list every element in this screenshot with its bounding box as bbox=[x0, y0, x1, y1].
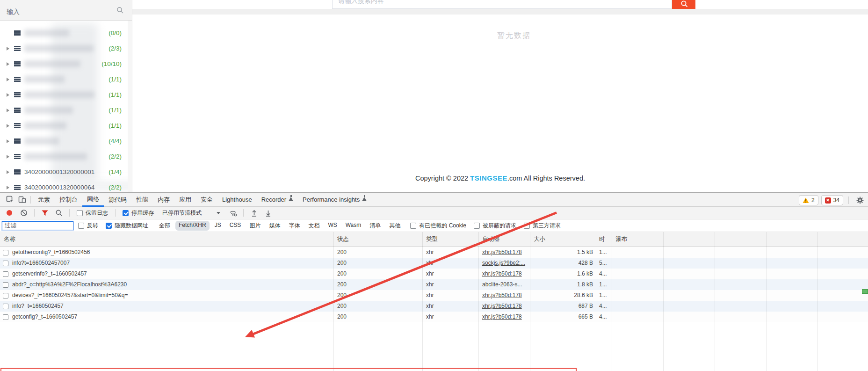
blocked-requests-checkbox[interactable]: 被屏蔽的请求 bbox=[474, 222, 516, 230]
warnings-badge[interactable]: 2 bbox=[799, 195, 818, 205]
export-har-icon[interactable] bbox=[262, 207, 274, 219]
tree-node-8[interactable]: (2/2) bbox=[0, 149, 128, 164]
hide-data-urls-checkbox[interactable]: 隐藏数据网址 bbox=[106, 222, 148, 230]
request-name[interactable]: getconfig?_t=1660502457 bbox=[12, 312, 77, 322]
request-type-filter[interactable]: 清单 bbox=[366, 221, 384, 231]
row-select-checkbox[interactable] bbox=[3, 250, 8, 255]
network-conditions-icon[interactable] bbox=[227, 207, 239, 219]
expand-arrow-icon[interactable] bbox=[7, 139, 9, 143]
checkbox-unchecked[interactable] bbox=[474, 223, 480, 229]
inspect-element-icon[interactable] bbox=[4, 194, 16, 206]
devtools-settings-gear-icon[interactable] bbox=[854, 194, 866, 206]
devtools-tab-1[interactable]: 控制台 bbox=[55, 193, 82, 207]
network-request-row[interactable]: info?_t=1660502457200xhrxhr.js?b50d:1786… bbox=[0, 301, 868, 312]
network-request-row[interactable]: info?t=1660502457007200xhrsockjs.js?9be2… bbox=[0, 258, 868, 269]
record-network-log-button[interactable] bbox=[7, 210, 12, 216]
request-type-filter[interactable]: Fetch/XHR bbox=[175, 221, 210, 231]
row-select-checkbox[interactable] bbox=[3, 271, 8, 277]
device-toolbar-icon[interactable] bbox=[16, 194, 28, 206]
sidebar-scrollbar[interactable] bbox=[128, 21, 132, 192]
tree-node-4[interactable]: (1/1) bbox=[0, 87, 128, 102]
tree-node-10[interactable]: 34020000001320000064(2/2) bbox=[0, 180, 128, 192]
request-name[interactable]: abdr?_o=http%3A%2F%2Flocalhost%3A6230 bbox=[12, 279, 127, 290]
tree-node-6[interactable]: (1/1) bbox=[0, 118, 128, 133]
tree-node-1[interactable]: (2/3) bbox=[0, 41, 128, 56]
blocked-cookies-checkbox[interactable]: 有已拦截的 Cookie bbox=[410, 222, 466, 230]
page-search-input[interactable]: 请输入搜索内容 bbox=[332, 0, 672, 9]
column-header-waterfall[interactable]: 瀑布 bbox=[612, 232, 868, 247]
initiator-link[interactable]: xhr.js?b50d:178 bbox=[482, 303, 522, 309]
page-search-button[interactable] bbox=[672, 0, 695, 9]
tree-node-5[interactable]: (1/1) bbox=[0, 102, 128, 118]
tree-node-3[interactable]: (1/1) bbox=[0, 72, 128, 87]
import-har-icon[interactable] bbox=[248, 207, 260, 219]
expand-arrow-icon[interactable] bbox=[7, 93, 9, 97]
network-request-row[interactable]: devices?_t=1660502457&start=0&limit=50&q… bbox=[0, 290, 868, 301]
disable-cache-checkbox[interactable]: 停用缓存 bbox=[123, 209, 154, 217]
expand-arrow-icon[interactable] bbox=[7, 170, 9, 174]
tree-node-0[interactable]: (0/0) bbox=[0, 25, 128, 41]
tree-node-9[interactable]: 34020000001320000001(1/4) bbox=[0, 164, 128, 180]
devtools-tab-7[interactable]: 安全 bbox=[196, 193, 217, 207]
network-request-row[interactable]: abdr?_o=http%3A%2F%2Flocalhost%3A6230200… bbox=[0, 279, 868, 290]
row-select-checkbox[interactable] bbox=[3, 314, 8, 320]
waterfall-timing-bar[interactable] bbox=[862, 289, 868, 294]
devtools-tab-8[interactable]: Lighthouse bbox=[217, 193, 257, 207]
column-header-type[interactable]: 类型 bbox=[422, 232, 478, 247]
tree-node-2[interactable]: (10/10) bbox=[0, 56, 128, 72]
initiator-link[interactable]: xhr.js?b50d:178 bbox=[482, 292, 522, 298]
chevron-down-icon[interactable] bbox=[217, 212, 220, 214]
column-header-name[interactable]: 名称 bbox=[0, 232, 333, 247]
checkbox-checked[interactable] bbox=[106, 223, 112, 229]
request-name[interactable]: info?t=1660502457007 bbox=[12, 258, 70, 269]
filter-funnel-icon[interactable] bbox=[39, 207, 51, 219]
request-name[interactable]: getotherconfig?_t=1660502456 bbox=[12, 247, 90, 258]
clear-network-log-icon[interactable] bbox=[18, 207, 30, 219]
network-request-row[interactable]: getserverinfo?_t=1660502457200xhrxhr.js?… bbox=[0, 269, 868, 279]
column-header-status[interactable]: 状态 bbox=[333, 232, 422, 247]
request-type-filter[interactable]: 字体 bbox=[285, 221, 303, 231]
request-name[interactable]: getserverinfo?_t=1660502457 bbox=[12, 269, 87, 279]
expand-arrow-icon[interactable] bbox=[7, 124, 9, 128]
devtools-tab-9[interactable]: Recorder bbox=[257, 193, 298, 207]
preserve-log-checkbox[interactable]: 保留日志 bbox=[77, 209, 108, 217]
request-type-filter[interactable]: 图片 bbox=[246, 221, 264, 231]
request-type-filter[interactable]: 文档 bbox=[305, 221, 323, 231]
expand-arrow-icon[interactable] bbox=[7, 155, 9, 159]
checkbox-checked[interactable] bbox=[123, 210, 129, 216]
devtools-tab-5[interactable]: 内存 bbox=[153, 193, 174, 207]
request-type-filter[interactable]: 其他 bbox=[386, 221, 404, 231]
checkbox-unchecked[interactable] bbox=[78, 223, 84, 229]
request-type-filter[interactable]: JS bbox=[211, 221, 224, 231]
row-select-checkbox[interactable] bbox=[3, 282, 8, 288]
request-name[interactable]: devices?_t=1660502457&start=0&limit=50&q… bbox=[12, 290, 128, 301]
tree-node-7[interactable]: (4/4) bbox=[0, 133, 128, 149]
devtools-tab-10[interactable]: Performance insights bbox=[298, 193, 371, 207]
row-select-checkbox[interactable] bbox=[3, 293, 8, 298]
initiator-link[interactable]: abclite-2063-s... bbox=[482, 281, 522, 288]
network-filter-input[interactable] bbox=[2, 221, 73, 230]
request-type-filter[interactable]: 全部 bbox=[156, 221, 174, 231]
initiator-link[interactable]: sockjs.js?9be2:... bbox=[482, 260, 525, 266]
checkbox-unchecked[interactable] bbox=[77, 210, 83, 216]
request-type-filter[interactable]: CSS bbox=[226, 221, 245, 231]
request-type-filter[interactable]: Wasm bbox=[342, 221, 365, 231]
sidebar-search-input[interactable] bbox=[7, 6, 114, 18]
invert-filter-checkbox[interactable]: 反转 bbox=[78, 222, 98, 230]
devtools-tab-4[interactable]: 性能 bbox=[131, 193, 153, 207]
expand-arrow-icon[interactable] bbox=[7, 78, 9, 81]
network-request-row[interactable]: getconfig?_t=1660502457200xhrxhr.js?b50d… bbox=[0, 312, 868, 322]
devtools-tab-0[interactable]: 元素 bbox=[33, 193, 55, 207]
expand-arrow-icon[interactable] bbox=[7, 186, 9, 189]
initiator-link[interactable]: xhr.js?b50d:178 bbox=[482, 313, 522, 320]
column-header-size[interactable]: 大小 bbox=[530, 232, 597, 247]
expand-arrow-icon[interactable] bbox=[7, 47, 9, 51]
search-network-icon[interactable] bbox=[53, 207, 65, 219]
devtools-tab-6[interactable]: 应用 bbox=[174, 193, 196, 207]
errors-badge[interactable]: ✕ 34 bbox=[821, 195, 843, 205]
expand-arrow-icon[interactable] bbox=[7, 62, 9, 66]
checkbox-unchecked[interactable] bbox=[410, 223, 416, 229]
row-select-checkbox[interactable] bbox=[3, 304, 8, 309]
row-select-checkbox[interactable] bbox=[3, 261, 8, 266]
expand-arrow-icon[interactable] bbox=[7, 109, 9, 112]
